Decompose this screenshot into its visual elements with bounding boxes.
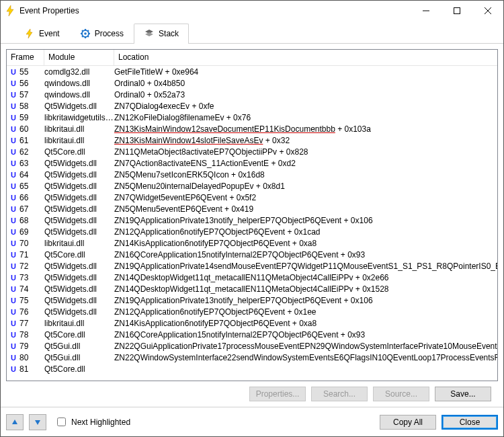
- tab-stack[interactable]: Stack: [134, 24, 189, 44]
- col-module[interactable]: Module: [44, 50, 114, 65]
- cell-module: libkritaui.dll: [44, 124, 114, 134]
- usermode-icon: U: [9, 159, 17, 167]
- cell-module: Qt5Gui.dll: [44, 342, 114, 351]
- table-row[interactable]: U77libkritaui.dllZN14KisApplication6noti…: [7, 317, 497, 329]
- col-location[interactable]: Location: [114, 50, 497, 65]
- tab-label: Process: [95, 29, 124, 38]
- tab-event[interactable]: Event: [14, 24, 70, 44]
- cell-frame: U55: [7, 67, 44, 77]
- table-row[interactable]: U62Qt5Core.dllZN11QMetaObject8activateEP…: [7, 146, 497, 157]
- close-button[interactable]: [472, 1, 503, 21]
- table-row[interactable]: U76Qt5Widgets.dllZN12QApplication6notify…: [7, 306, 497, 317]
- table-row[interactable]: U74Qt5Widgets.dllZN14QDesktopWidget11qt_…: [7, 283, 497, 294]
- next-highlighted-input[interactable]: [57, 418, 66, 426]
- svg-rect-2: [454, 8, 460, 14]
- cell-location: ZN14KisApplication6notifyEP7QObjectP6QEv…: [114, 319, 497, 328]
- copy-all-button[interactable]: Copy All: [380, 415, 436, 430]
- table-row[interactable]: U66Qt5Widgets.dllZN7QWidget5eventEP6QEve…: [7, 192, 497, 203]
- usermode-icon: U: [9, 319, 17, 327]
- cell-location: ZN11QMetaObject8activateEP7QObjectiiPPv …: [114, 147, 497, 157]
- table-row[interactable]: U69Qt5Widgets.dllZN12QApplication6notify…: [7, 226, 497, 237]
- cell-frame: U70: [7, 239, 44, 248]
- svg-marker-0: [7, 5, 13, 16]
- usermode-icon: U: [9, 296, 17, 305]
- cell-frame: U73: [7, 273, 44, 282]
- table-row[interactable]: U57qwindows.dllOrdinal0 + 0x52a73: [7, 89, 497, 100]
- next-highlighted-button[interactable]: [29, 414, 46, 430]
- cell-frame: U75: [7, 296, 44, 305]
- table-row[interactable]: U71Qt5Core.dllZN16QCoreApplication15noti…: [7, 249, 497, 260]
- usermode-icon: U: [9, 205, 17, 213]
- usermode-icon: U: [9, 228, 17, 236]
- cell-frame: U69: [7, 227, 44, 237]
- search-button: Search...: [311, 387, 368, 401]
- next-highlighted-checkbox[interactable]: Next Highlighted: [54, 415, 130, 428]
- minimize-button[interactable]: [411, 1, 442, 21]
- cell-location: ZN13KisMainWindow14slotFileSaveAsEv + 0x…: [114, 136, 497, 145]
- table-row[interactable]: U75Qt5Widgets.dllZN19QApplicationPrivate…: [7, 294, 497, 306]
- usermode-icon: U: [9, 354, 17, 362]
- bolt-icon: [24, 28, 35, 39]
- table-body[interactable]: U55comdlg32.dllGetFileTitleW + 0xe964U56…: [7, 66, 497, 381]
- save-button[interactable]: Save...: [435, 387, 491, 401]
- table-row[interactable]: U63Qt5Widgets.dllZN7QAction8activateENS_…: [7, 157, 497, 169]
- usermode-icon: U: [9, 239, 17, 247]
- cell-location: ZN19QApplicationPrivate14sendMouseEventE…: [114, 262, 497, 271]
- table-row[interactable]: U81Qt5Core.dll: [7, 363, 497, 374]
- cell-location: ZN12KoFileDialog8filenameEv + 0x76: [114, 113, 497, 122]
- table-row[interactable]: U64Qt5Widgets.dllZN5QMenu7setIconERK5QIc…: [7, 169, 497, 180]
- cell-module: libkritaui.dll: [44, 239, 114, 248]
- table-row[interactable]: U79Qt5Gui.dllZN22QGuiApplicationPrivate1…: [7, 340, 497, 352]
- table-row[interactable]: U70libkritaui.dllZN14KisApplication6noti…: [7, 237, 497, 249]
- footer: Next Highlighted Copy All Close: [1, 407, 503, 436]
- cell-location: ZN5QMenu7setIconERK5QIcon + 0x16d8: [114, 170, 497, 180]
- table-row[interactable]: U56qwindows.dllOrdinal0 + 0x4b850: [7, 77, 497, 89]
- table-row[interactable]: U80Qt5Gui.dllZN22QWindowSystemInterface2…: [7, 352, 497, 363]
- table-row[interactable]: U73Qt5Widgets.dllZN14QDesktopWidget11qt_…: [7, 272, 497, 283]
- usermode-icon: U: [9, 125, 17, 133]
- table-row[interactable]: U60libkritaui.dllZN13KisMainWindow12save…: [7, 123, 497, 134]
- table-row[interactable]: U68Qt5Widgets.dllZN19QApplicationPrivate…: [7, 214, 497, 226]
- table-row[interactable]: U55comdlg32.dllGetFileTitleW + 0xe964: [7, 66, 497, 77]
- cell-location: ZN14QDesktopWidget11qt_metacallEN11QMeta…: [114, 273, 497, 282]
- usermode-icon: U: [9, 182, 17, 190]
- table-row[interactable]: U61libkritaui.dllZN13KisMainWindow14slot…: [7, 134, 497, 146]
- cell-location: Ordinal0 + 0x4b850: [114, 79, 497, 88]
- close-dialog-button[interactable]: Close: [442, 415, 498, 430]
- stack-table: Frame Module Location U55comdlg32.dllGet…: [6, 49, 498, 381]
- cell-module: qwindows.dll: [44, 90, 114, 100]
- cell-module: Qt5Core.dll: [44, 250, 114, 260]
- maximize-button[interactable]: [442, 1, 472, 21]
- col-frame[interactable]: Frame: [7, 50, 44, 65]
- table-row[interactable]: U67Qt5Widgets.dllZN5QMenu5eventEP6QEvent…: [7, 203, 497, 214]
- cell-location: ZN7QWidget5eventEP6QEvent + 0x5f2: [114, 193, 497, 202]
- svg-line-15: [87, 30, 89, 32]
- cell-frame: U67: [7, 204, 44, 214]
- table-row[interactable]: U59libkritawidgetutils.dllZN12KoFileDial…: [7, 112, 497, 123]
- cell-module: libkritawidgetutils.dll: [44, 113, 114, 122]
- cell-location: ZN22QGuiApplicationPrivate17processMouse…: [114, 342, 497, 351]
- title-bar[interactable]: Event Properties: [1, 1, 503, 21]
- svg-line-3: [485, 7, 491, 14]
- table-row[interactable]: U58Qt5Widgets.dllZN7QDialog4execEv + 0xf…: [7, 100, 497, 112]
- cell-module: Qt5Widgets.dll: [44, 193, 114, 202]
- tab-label: Event: [39, 29, 60, 38]
- table-row[interactable]: U65Qt5Widgets.dllZN5QMenu20internalDelay…: [7, 180, 497, 192]
- table-row[interactable]: U72Qt5Widgets.dllZN19QApplicationPrivate…: [7, 260, 497, 272]
- cell-frame: U66: [7, 193, 44, 202]
- usermode-icon: U: [9, 136, 17, 145]
- cell-frame: U59: [7, 113, 44, 122]
- table-row[interactable]: U78Qt5Core.dllZN16QCoreApplication15noti…: [7, 329, 497, 340]
- tab-process[interactable]: Process: [70, 24, 134, 44]
- window-title: Event Properties: [19, 6, 79, 15]
- usermode-icon: U: [9, 285, 17, 293]
- app-icon: [5, 5, 15, 16]
- cell-frame: U57: [7, 90, 44, 100]
- cell-module: Qt5Core.dll: [44, 364, 114, 374]
- cell-frame: U81: [7, 364, 44, 374]
- cell-module: Qt5Widgets.dll: [44, 159, 114, 168]
- cell-module: qwindows.dll: [44, 79, 114, 88]
- cell-module: Qt5Core.dll: [44, 147, 114, 157]
- prev-highlighted-button[interactable]: [6, 414, 24, 430]
- cell-module: Qt5Widgets.dll: [44, 102, 114, 111]
